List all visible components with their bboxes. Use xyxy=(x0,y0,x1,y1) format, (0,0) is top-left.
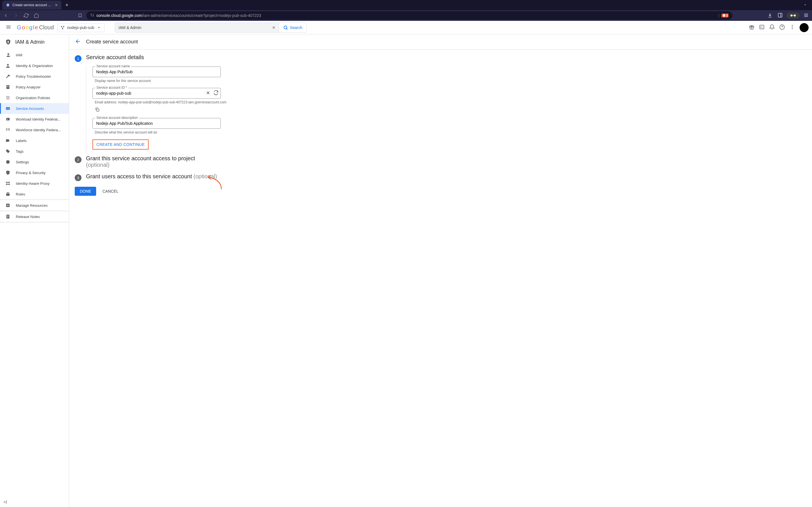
sidebar-item-org-policies[interactable]: Organization Policies xyxy=(0,93,69,103)
sidebar: IAM & Admin IAM Identity & Organization … xyxy=(0,34,69,507)
svg-rect-32 xyxy=(6,129,7,130)
email-helper: Email address: nodejs-app-pub-sub@nodejs… xyxy=(95,100,806,104)
svg-point-0 xyxy=(91,14,91,15)
svg-point-26 xyxy=(7,108,8,109)
clear-search-icon[interactable]: ✕ xyxy=(272,25,275,30)
field-label: Service account description xyxy=(95,116,139,120)
sidebar-item-privacy-security[interactable]: Privacy & Security xyxy=(0,167,69,178)
svg-rect-23 xyxy=(6,98,10,98)
done-button[interactable]: DONE xyxy=(75,187,96,196)
copy-email-button[interactable] xyxy=(95,107,806,113)
gcp-favicon-icon xyxy=(6,3,10,7)
downloads-icon[interactable] xyxy=(766,11,774,20)
gift-icon[interactable] xyxy=(749,24,755,31)
sidebar-item-manage-resources[interactable]: Manage Resources xyxy=(0,200,69,211)
back-button[interactable] xyxy=(2,12,10,19)
project-icon xyxy=(60,25,65,30)
sidebar-item-workload-identity[interactable]: Workload Identity Federat... xyxy=(0,114,69,124)
close-icon[interactable]: ✕ xyxy=(55,3,58,7)
reload-button[interactable] xyxy=(22,12,30,19)
browser-chrome: Create service account – IAM & ✕ + conso… xyxy=(0,0,812,21)
forward-button[interactable] xyxy=(12,12,20,19)
sidebar-item-policy-analyzer[interactable]: Policy Analyzer xyxy=(0,82,69,93)
svg-rect-25 xyxy=(6,107,10,110)
tab-overflow-icon[interactable] xyxy=(801,3,810,8)
tab-title: Create service account – IAM & xyxy=(12,3,52,7)
step-3-header[interactable]: 3 Grant users access to this service acc… xyxy=(75,173,806,181)
search-button-label: Search xyxy=(290,25,302,30)
svg-rect-34 xyxy=(8,128,10,129)
browser-tab[interactable]: Create service account – IAM & ✕ xyxy=(2,1,61,10)
create-and-continue-button[interactable]: CREATE AND CONTINUE xyxy=(93,139,149,150)
sidebar-item-iam[interactable]: IAM xyxy=(0,50,69,60)
step-2-header[interactable]: 2 Grant this service account access to p… xyxy=(75,155,806,168)
sidebar-item-roles[interactable]: Roles xyxy=(0,189,69,200)
svg-rect-45 xyxy=(7,216,9,217)
service-account-desc-field: Service account description xyxy=(93,118,221,129)
group-icon xyxy=(5,127,11,132)
sidebar-item-iap[interactable]: Identity-Aware Proxy xyxy=(0,178,69,189)
svg-rect-39 xyxy=(8,182,10,183)
site-settings-icon[interactable] xyxy=(90,13,94,18)
sidebar-item-tags[interactable]: Tags xyxy=(0,146,69,157)
sidebar-item-label: Policy Analyzer xyxy=(16,85,41,89)
sidebar-item-policy-troubleshooter[interactable]: Policy Troubleshooter xyxy=(0,71,69,82)
sidebar-item-service-accounts[interactable]: Service Accounts xyxy=(0,103,69,114)
service-account-name-field: Service account name xyxy=(93,66,221,77)
google-cloud-logo[interactable]: Google Cloud xyxy=(17,24,54,31)
page-title: Create service account xyxy=(86,39,138,45)
project-picker[interactable]: nodejs-pub-sub xyxy=(57,23,105,32)
sidebar-item-workforce-identity[interactable]: Workforce Identity Federa... xyxy=(0,124,69,135)
url-box[interactable]: console.cloud.google.com/iam-admin/servi… xyxy=(86,11,732,20)
sidebar-item-label: Labels xyxy=(16,138,27,143)
sidebar-divider xyxy=(0,222,69,223)
person-add-icon xyxy=(5,52,11,57)
sidebar-item-release-notes[interactable]: Release Notes xyxy=(0,211,69,222)
svg-point-3 xyxy=(790,14,792,16)
svg-point-15 xyxy=(792,28,793,29)
wrench-icon xyxy=(5,74,11,79)
project-name: nodejs-pub-sub xyxy=(67,25,94,30)
back-arrow-button[interactable] xyxy=(75,38,81,45)
label-icon xyxy=(5,138,11,143)
new-tab-button[interactable]: + xyxy=(63,1,71,9)
cloud-shell-icon[interactable] xyxy=(759,24,765,31)
clear-id-icon[interactable] xyxy=(206,91,211,96)
resources-icon xyxy=(5,203,11,208)
collapse-sidebar-button[interactable]: <l xyxy=(3,500,7,505)
url-separator: | xyxy=(718,13,719,18)
svg-rect-35 xyxy=(8,129,10,130)
svg-point-4 xyxy=(794,14,796,16)
svg-rect-24 xyxy=(6,99,10,100)
more-menu-icon[interactable] xyxy=(790,24,795,31)
brave-shield-icon[interactable]: 3 xyxy=(721,13,728,17)
help-icon[interactable] xyxy=(779,24,785,31)
sidebar-item-identity-org[interactable]: Identity & Organization xyxy=(0,60,69,71)
home-button[interactable] xyxy=(33,12,40,19)
private-mode-icon[interactable] xyxy=(786,12,800,18)
sidebar-item-labels[interactable]: Labels xyxy=(0,135,69,146)
avatar[interactable] xyxy=(800,23,809,32)
sidebar-item-label: Workload Identity Federat... xyxy=(16,117,61,121)
bookmark-icon[interactable] xyxy=(77,12,84,19)
field-label: Service account name xyxy=(95,64,131,68)
step-1-title: Service account details xyxy=(86,54,144,61)
svg-rect-28 xyxy=(8,109,9,109)
regenerate-id-icon[interactable] xyxy=(213,91,218,96)
search-input[interactable] xyxy=(118,25,272,30)
nav-menu-button[interactable] xyxy=(3,22,13,33)
svg-rect-29 xyxy=(6,118,10,121)
gcp-top-bar: Google Cloud nodejs-pub-sub ✕ Search xyxy=(0,21,812,34)
search-button[interactable]: Search xyxy=(279,22,306,33)
search-box[interactable]: ✕ xyxy=(115,22,279,33)
svg-point-13 xyxy=(792,25,793,26)
sidebar-item-settings[interactable]: Settings xyxy=(0,157,69,167)
notifications-icon[interactable] xyxy=(769,24,775,31)
sidebar-item-label: Privacy & Security xyxy=(16,171,45,175)
sidebar-toggle-icon[interactable] xyxy=(776,11,784,20)
roles-icon xyxy=(5,191,11,196)
cancel-button[interactable]: CANCEL xyxy=(101,187,119,196)
browser-menu-icon[interactable] xyxy=(802,11,810,20)
notes-icon xyxy=(5,214,11,219)
svg-rect-2 xyxy=(778,13,782,17)
